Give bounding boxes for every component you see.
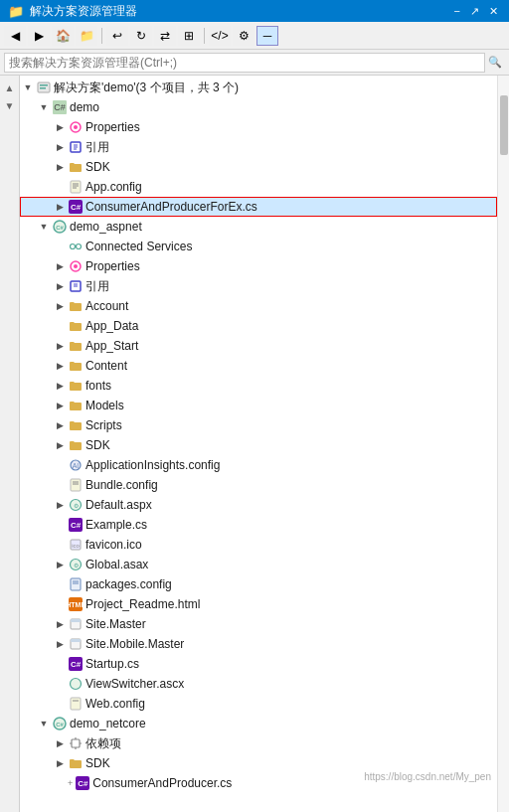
expand-arrow[interactable] [52, 381, 68, 391]
svg-point-4 [74, 125, 78, 129]
expand-arrow[interactable] [52, 122, 68, 132]
expand-arrow[interactable] [52, 361, 68, 371]
view-all-button[interactable]: ⊞ [178, 26, 200, 46]
list-item[interactable]: C# demo_aspnet [20, 217, 497, 237]
search-icon[interactable]: 🔍 [485, 53, 505, 73]
tree-root[interactable]: 解决方案'demo'(3 个项目，共 3 个) [20, 78, 497, 97]
home-button[interactable]: 🏠 [52, 26, 74, 46]
expand-arrow[interactable] [52, 341, 68, 351]
expand-aspnet[interactable] [36, 222, 52, 232]
list-item[interactable]: Web.config [20, 694, 497, 714]
ico-icon: ico [68, 537, 84, 553]
list-item[interactable]: C# ConsumerAndProducerForEx.cs [20, 197, 497, 217]
item-label: packages.config [85, 577, 172, 591]
side-arrow-down[interactable]: ▼ [2, 97, 18, 113]
refresh-button[interactable]: ↻ [130, 26, 152, 46]
list-item[interactable]: 依赖项 [20, 733, 497, 753]
list-item[interactable]: Bundle.config [20, 475, 497, 495]
expand-arrow[interactable] [52, 162, 68, 172]
code-view-button[interactable]: </> [209, 26, 231, 46]
list-item[interactable]: Content [20, 356, 497, 376]
new-folder-button[interactable]: 📁 [76, 26, 97, 46]
forward-button[interactable]: ▶ [28, 26, 50, 46]
svg-text:C#: C# [56, 722, 64, 728]
expand-arrow[interactable] [52, 202, 68, 212]
expand-arrow[interactable] [52, 560, 68, 569]
list-item[interactable]: packages.config [20, 574, 497, 594]
search-input[interactable] [4, 53, 485, 73]
list-item[interactable]: SDK [20, 753, 497, 773]
list-item[interactable]: ⚙ Global.asax [20, 555, 497, 574]
list-item[interactable]: ⚙ Default.aspx [20, 495, 497, 515]
side-arrow-up[interactable]: ▲ [2, 80, 18, 95]
list-item[interactable]: Properties [20, 256, 497, 276]
title-bar-controls: − ↗ ✕ [451, 5, 501, 18]
expand-arrow[interactable] [52, 758, 68, 768]
list-item[interactable]: 引用 [20, 137, 497, 157]
plus-sign: + [68, 778, 73, 788]
close-button[interactable]: ✕ [486, 5, 501, 18]
pin-button[interactable]: − [451, 5, 463, 17]
folder-icon [68, 378, 84, 394]
list-item[interactable]: Site.Mobile.Master [20, 634, 497, 654]
sync-button[interactable]: ⇄ [154, 26, 176, 46]
expand-netcore[interactable] [36, 719, 52, 729]
list-item[interactable]: Models [20, 396, 497, 415]
list-item[interactable]: App_Data [20, 316, 497, 336]
item-label: SDK [85, 756, 110, 770]
item-label: Web.config [85, 697, 145, 711]
expand-arrow[interactable] [52, 440, 68, 450]
tree-panel: 解决方案'demo'(3 个项目，共 3 个) C# demo Properti… [20, 76, 497, 812]
list-item[interactable]: C# Example.cs [20, 515, 497, 535]
list-item[interactable]: SDK [20, 157, 497, 177]
list-item[interactable]: App_Start [20, 336, 497, 356]
expand-arrow[interactable] [52, 639, 68, 649]
list-item[interactable]: App.config [20, 177, 497, 197]
float-button[interactable]: ↗ [467, 5, 482, 18]
back-button[interactable]: ◀ [4, 26, 26, 46]
item-label: demo [70, 100, 99, 114]
list-item[interactable]: 引用 [20, 276, 497, 296]
expand-arrow[interactable] [52, 619, 68, 629]
expand-arrow[interactable] [52, 281, 68, 291]
expand-arrow[interactable] [52, 301, 68, 311]
config-icon [68, 477, 84, 493]
list-item[interactable]: Scripts [20, 415, 497, 435]
expand-arrow[interactable] [52, 401, 68, 410]
expand-demo[interactable] [36, 102, 52, 112]
properties-icon [68, 258, 84, 274]
item-label: demo_aspnet [70, 220, 142, 234]
list-item[interactable]: ViewSwitcher.ascx [20, 674, 497, 694]
undo-button[interactable]: ↩ [106, 26, 128, 46]
toolbar: ◀ ▶ 🏠 📁 ↩ ↻ ⇄ ⊞ </> ⚙ ─ [0, 22, 509, 50]
list-item[interactable]: C# demo [20, 97, 497, 117]
cs-file-icon: C# [75, 775, 90, 791]
list-item[interactable]: Site.Master [20, 614, 497, 634]
settings-button[interactable]: ⚙ [233, 26, 254, 46]
expand-arrow[interactable] [52, 420, 68, 430]
scroll-thumb[interactable] [500, 95, 508, 155]
list-item[interactable]: Properties [20, 117, 497, 137]
pin-toolbar-button[interactable]: ─ [256, 26, 278, 46]
list-item[interactable]: SDK [20, 435, 497, 455]
expand-arrow[interactable] [52, 142, 68, 152]
list-item[interactable]: HTML Project_Readme.html [20, 594, 497, 614]
expand-arrow[interactable] [52, 738, 68, 748]
connected-services-icon [68, 239, 84, 254]
list-item[interactable]: AI ApplicationInsights.config [20, 455, 497, 475]
netcore-project-icon: C# [52, 716, 68, 731]
item-label: favicon.ico [85, 538, 142, 552]
svg-rect-2 [40, 87, 46, 89]
list-item[interactable]: C# demo_netcore [20, 714, 497, 733]
list-item[interactable]: C# Startup.cs [20, 654, 497, 674]
expand-arrow[interactable] [52, 500, 68, 510]
expand-root[interactable] [20, 82, 36, 92]
item-label: App_Data [85, 319, 138, 333]
list-item[interactable]: Connected Services [20, 237, 497, 256]
expand-arrow[interactable] [52, 261, 68, 271]
list-item[interactable]: Account [20, 296, 497, 316]
list-item[interactable]: fonts [20, 376, 497, 396]
list-item[interactable]: ico favicon.ico [20, 535, 497, 555]
svg-rect-34 [71, 578, 81, 590]
right-rail[interactable] [497, 76, 509, 812]
